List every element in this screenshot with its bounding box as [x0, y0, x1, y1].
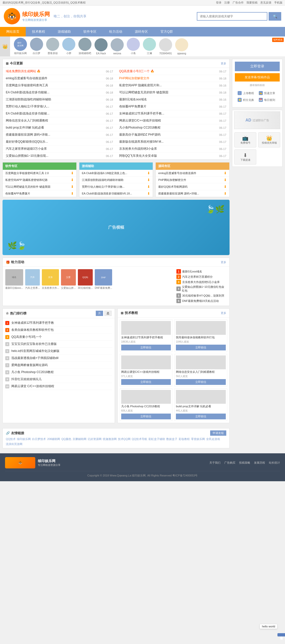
featured-user-7[interactable]: 小鱼: [127, 38, 140, 55]
news-link[interactable]: 女神速成班12节系列课手把手教...: [119, 111, 164, 116]
activity-item-0[interactable]: 域名 最新0元续ooo...: [5, 269, 23, 303]
news-link[interactable]: 凡小鱼Photoshop CC2018教程: [119, 126, 161, 130]
dl-link[interactable]: EA.Club剑影战场清疫多功能辅助V6.18...: [82, 192, 132, 195]
nav-item-home[interactable]: 网站首页: [0, 27, 26, 36]
news-link[interactable]: 荒野行动人物站立/子弹穿墙/人...: [6, 104, 49, 109]
download-icon[interactable]: ⬇: [224, 178, 227, 182]
news-link[interactable]: 可以让网吧键盘无灵的软件 键盘限固: [119, 90, 168, 95]
feature-points[interactable]: ⭐ 积分兑换: [237, 97, 257, 103]
activity-item-5[interactable]: DNF DNF最新免费...: [95, 269, 112, 303]
featured-user-3[interactable]: 小胖: [62, 38, 75, 55]
rank-link[interactable]: 网易云课堂 C/C++游戏外挂细程: [11, 384, 54, 388]
news-link[interactable]: emlog百度威客号自动推送插件: [6, 76, 47, 80]
nav-item-game[interactable]: 游戏辅助: [51, 27, 77, 36]
footer-link-stats[interactable]: 站长统计: [269, 461, 280, 465]
download-icon[interactable]: ⬇: [147, 178, 150, 182]
download-icon[interactable]: ⬇: [71, 191, 74, 195]
nav-item-activity[interactable]: 给力活动: [103, 27, 129, 36]
rank-link[interactable]: 女神速成班12节系列课手把手教: [11, 321, 54, 325]
rank-link[interactable]: 凡小鱼 Photoshop CC2018教程: [11, 370, 54, 374]
activity-item-3[interactable]: 父爱 父爱如山拼...: [61, 269, 76, 303]
friend-link-item[interactable]: 统迦激游网: [103, 437, 117, 441]
featured-user-1[interactable]: 白日梦: [30, 38, 43, 55]
friend-link-item[interactable]: 流浪街页游网: [6, 442, 22, 446]
news-link[interactable]: 京东抢券大作战拒绝3小金库: [119, 147, 157, 151]
news-link[interactable]: 最新高仿子逸源码DZ PHP源码: [119, 133, 161, 137]
tab-all[interactable]: 总: [104, 311, 112, 316]
activity-item-1[interactable]: 汽车 汽车之世界...: [25, 269, 40, 303]
tutorial-btn[interactable]: 立即前往: [176, 345, 226, 350]
feature-article[interactable]: ✍ 投递文章: [258, 90, 278, 96]
dl-link[interactable]: emlog百度威客号自动推送插件: [158, 171, 196, 175]
friend-link-item[interactable]: 白日梦技术: [32, 437, 46, 441]
featured-user-4[interactable]: 游戏辅助吧: [78, 38, 91, 55]
friend-link-item[interactable]: 彩妆教程: [179, 437, 190, 441]
nav-item-tutorial[interactable]: 技术教程: [26, 27, 51, 36]
news-link[interactable]: 搭建最新最软应源网 源码+详细...: [6, 133, 50, 137]
dl-link[interactable]: 最好QQ技术导航网源码: [158, 185, 187, 189]
tutorial-btn[interactable]: 立即前往: [176, 379, 226, 385]
friend-link-item[interactable]: 技术QQ网: [118, 437, 131, 441]
friend-link-item[interactable]: QQ技术: [6, 437, 16, 441]
post-button[interactable]: 发送弹幕/投稿作品: [235, 73, 280, 82]
top-bar-links[interactable]: 登录 注册 广告合作 我要投稿 意见反馈 手机版: [214, 1, 282, 5]
tutorials-more[interactable]: 更多: [221, 311, 226, 315]
dl-link[interactable]: 荒野行动人物站立/子弹穿墙/人物...: [82, 185, 124, 189]
news-link[interactable]: EA Club剑影战场走控多功能辅...: [6, 111, 49, 116]
friend-link-item[interactable]: 数娱盒子: [166, 437, 177, 441]
register-link[interactable]: 注册: [224, 1, 230, 4]
download-icon[interactable]: ⬇: [147, 185, 150, 189]
friend-link-item[interactable]: 零壹娱乐网: [191, 437, 205, 441]
friend-link-item[interactable]: 续印娱乐网: [17, 437, 31, 441]
friend-link-item[interactable]: 京鹏辅助网: [73, 437, 86, 441]
dl-link[interactable]: 百度网盘分享链接密码查询工具 2.0: [5, 171, 49, 175]
rank-link[interactable]: 宝宝宝贝的宝宝取名软件已注册版: [11, 342, 57, 346]
news-link[interactable]: 私密空间APP 隐藏私密照片和...: [119, 83, 162, 88]
activity-item-2[interactable]: 京东 京东抢券大作...: [42, 269, 59, 303]
featured-user-2[interactable]: 墨客原创: [46, 38, 59, 55]
activity-more[interactable]: 更多: [221, 260, 226, 264]
news-link[interactable]: PHP网站加密解密文件: [119, 76, 150, 80]
friend-link-item[interactable]: 亿好资源网: [88, 437, 102, 441]
news-link[interactable]: 阿歌QQ飞车美化大全安卓版: [119, 154, 157, 158]
friend-link-item[interactable]: 206辅助网: [47, 437, 60, 441]
feature-upload[interactable]: ↑ 上传教程: [237, 90, 257, 96]
dl-link[interactable]: EA Club剑影战场6.18稳定清疫上色...: [82, 171, 127, 175]
download-icon[interactable]: ⬇: [224, 191, 227, 195]
feature-signin[interactable]: 📅 每日签到: [258, 97, 278, 103]
sidebar-ad-item-1[interactable]: 👑 投稿优先审核: [258, 132, 280, 147]
rank-link[interactable]: 各类自媒体相关教程和软件打包: [11, 328, 54, 332]
news-link[interactable]: 最新0元域名ooo域名: [119, 97, 147, 102]
search-input[interactable]: [197, 12, 267, 21]
activity-item-4[interactable]: QQ钻 30元续经验...: [78, 269, 93, 303]
news-link[interactable]: 百度网盘分享链接密码查询工具: [6, 83, 48, 88]
friend-link-item[interactable]: QQ技术导航: [132, 437, 147, 441]
download-icon[interactable]: ⬇: [71, 185, 74, 189]
rank-link[interactable]: 迅战最新透视自瞄+子弹跟踪辅助dil: [11, 356, 58, 360]
news-more[interactable]: 更多: [221, 62, 226, 65]
rank-link[interactable]: QQ高质量小号3毛一个: [11, 335, 42, 339]
feedback-link[interactable]: 意见反馈: [260, 1, 271, 4]
download-icon[interactable]: ⬇: [224, 171, 227, 175]
news-link[interactable]: 汽车之家世界杯超级3万小金库: [6, 147, 47, 151]
rank-link[interactable]: helo.io抖音黑网百城城市化汉化解版: [11, 349, 59, 353]
dl-link[interactable]: 色味覆APP免费薯片: [5, 192, 30, 195]
news-link[interactable]: 色味覆APP免费薯片: [119, 104, 146, 109]
tutorial-btn[interactable]: 立即前往: [121, 414, 171, 419]
mobile-link[interactable]: 手机版: [274, 1, 282, 4]
news-link[interactable]: 父爱如山拼图抽1~10元微信现...: [6, 154, 48, 158]
sidebar-ad-item-0[interactable]: 📺 免费领号: [234, 132, 256, 147]
news-link[interactable]: QQ高质量小号3三一个 🔥: [119, 69, 154, 73]
rank-link[interactable]: 抖音红豆娃娃娃钱玩儿: [11, 377, 42, 381]
news-link[interactable]: 最新版在线源库系统对接SIM M...: [119, 140, 164, 144]
featured-user-9[interactable]: 703849491: [159, 38, 172, 55]
dl-link[interactable]: 搭建最新最软应源网 源码+详细...: [158, 192, 199, 195]
contribute-link[interactable]: 我要投稿: [246, 1, 258, 4]
featured-user-6[interactable]: weizea: [111, 38, 124, 55]
friend-link-item[interactable]: 全民走游戏: [206, 437, 220, 441]
friend-link-item[interactable]: QQ颜色: [61, 437, 71, 441]
nav-item-qqgroup[interactable]: 官方Q群: [154, 27, 179, 36]
news-link[interactable]: 网易云课堂C/C++游戏开挂细程: [119, 118, 161, 123]
dl-link[interactable]: PHP网站加密解密文件: [158, 178, 186, 182]
download-icon[interactable]: ⬇: [147, 171, 150, 175]
